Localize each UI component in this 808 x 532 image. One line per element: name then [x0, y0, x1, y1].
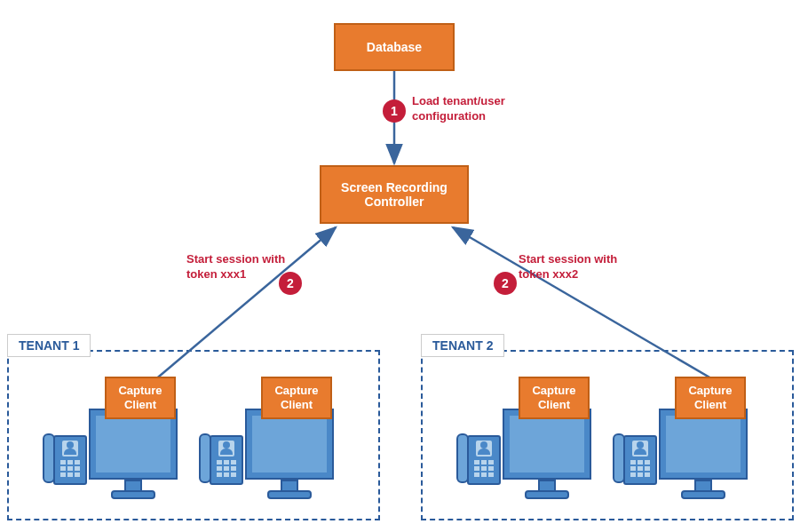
avatar-icon	[62, 441, 78, 457]
keypad-icon	[630, 460, 652, 477]
step-annotation-1: Load tenant/user configuration	[412, 94, 536, 124]
capture-client-t2-a: Capture Client	[519, 377, 590, 419]
monitor-icon	[245, 409, 334, 480]
database-node: Database	[334, 23, 455, 71]
monitor-icon	[503, 409, 591, 480]
step-badge-2a: 2	[279, 272, 302, 295]
phone-icon	[623, 435, 657, 485]
capture-client-t1-a: Capture Client	[105, 377, 176, 419]
keypad-icon	[60, 460, 82, 477]
controller-label: Screen Recording Controller	[325, 180, 463, 209]
capture-client-t1-b: Capture Client	[261, 377, 332, 419]
avatar-icon	[218, 441, 234, 457]
phone-icon	[467, 435, 501, 485]
phone-icon	[53, 435, 87, 485]
monitor-icon	[89, 409, 178, 480]
step-badge-2b: 2	[494, 272, 517, 295]
controller-node: Screen Recording Controller	[320, 165, 469, 224]
capture-client-t2-b: Capture Client	[675, 377, 746, 419]
phone-icon	[210, 435, 243, 485]
step-annotation-2b: Start session with token xxx2	[519, 252, 643, 282]
step-badge-1: 1	[383, 99, 406, 123]
keypad-icon	[474, 460, 495, 477]
avatar-icon	[632, 441, 648, 457]
monitor-icon	[659, 409, 748, 480]
tenant-1-label: TENANT 1	[7, 334, 91, 357]
database-label: Database	[367, 40, 422, 54]
avatar-icon	[476, 441, 492, 457]
tenant-2-label: TENANT 2	[421, 334, 504, 357]
keypad-icon	[217, 460, 238, 477]
